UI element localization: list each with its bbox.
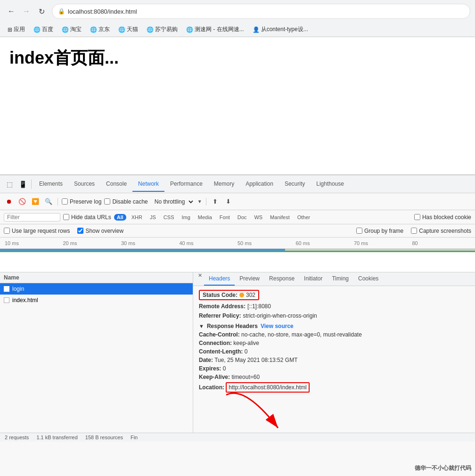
filter-other[interactable]: Other xyxy=(295,214,313,221)
has-blocked-text: Has blocked cookie xyxy=(422,214,471,221)
throttle-select[interactable]: No throttling xyxy=(151,197,195,206)
tab-lighthouse[interactable]: Lighthouse xyxy=(311,177,350,192)
preserve-log-label[interactable]: Preserve log xyxy=(62,198,101,205)
suning-icon: 🌐 xyxy=(147,26,154,33)
filter-ws[interactable]: WS xyxy=(252,214,265,221)
tab-preview[interactable]: Preview xyxy=(235,272,264,286)
tab-response[interactable]: Response xyxy=(264,272,299,286)
tab-network[interactable]: Network xyxy=(132,177,164,192)
bookmark-content-type[interactable]: 👤 从content-type设... xyxy=(250,25,311,34)
tab-performance[interactable]: Performance xyxy=(164,177,208,192)
bookmark-baidu[interactable]: 🌐 百度 xyxy=(31,25,56,34)
response-details: Status Code: 302 Remote Address: [::1]:8… xyxy=(193,286,475,433)
tab-cookies[interactable]: Cookies xyxy=(353,272,383,286)
location-box: http://localhost:8080/index.html xyxy=(226,382,309,393)
location-key: Location: xyxy=(199,384,224,391)
index-icon xyxy=(4,297,9,303)
disable-cache-checkbox[interactable] xyxy=(104,198,110,205)
timeline-70ms: 70 ms xyxy=(354,240,412,246)
filter-xhr[interactable]: XHR xyxy=(129,214,145,221)
location-row: Location: http://localhost:8080/index.ht… xyxy=(199,382,469,393)
tab-timing[interactable]: Timing xyxy=(327,272,353,286)
watermark-text: 德华一不小心就打代码 xyxy=(415,464,471,472)
filter-input[interactable] xyxy=(4,213,60,222)
status-code-box: Status Code: 302 xyxy=(199,290,259,300)
disable-cache-label[interactable]: Disable cache xyxy=(104,198,147,205)
filter-media[interactable]: Media xyxy=(196,214,214,221)
referrer-policy-row: Referrer Policy: strict-origin-when-cros… xyxy=(199,312,469,319)
tab-security[interactable]: Security xyxy=(279,177,311,192)
refresh-button[interactable]: ↻ xyxy=(35,5,48,18)
use-large-label[interactable]: Use large request rows xyxy=(4,228,70,234)
show-overview-checkbox[interactable] xyxy=(77,228,83,234)
address-bar[interactable]: 🔒 localhost:8080/index.html xyxy=(52,4,470,19)
filter-font[interactable]: Font xyxy=(217,214,232,221)
bookmark-content-type-label: 从content-type设... xyxy=(261,25,308,33)
bookmark-baidu-label: 百度 xyxy=(42,25,53,33)
bookmark-apps[interactable]: ⊞ 应用 xyxy=(5,25,28,34)
close-panel-icon[interactable]: ✕ xyxy=(196,272,204,286)
tab-initiator[interactable]: Initiator xyxy=(299,272,327,286)
filter-img[interactable]: Img xyxy=(179,214,192,221)
collapse-icon[interactable]: ▼ xyxy=(199,323,204,329)
inspect-element-icon[interactable]: ⬚ xyxy=(3,178,16,191)
search-button[interactable]: 🔍 xyxy=(43,197,54,207)
capture-screenshots-label[interactable]: Capture screenshots xyxy=(411,228,471,234)
tab-application[interactable]: Application xyxy=(240,177,279,192)
expires-val: 0 xyxy=(223,365,226,372)
filter-js[interactable]: JS xyxy=(147,214,158,221)
keep-alive-row: Keep-Alive: timeout=60 xyxy=(199,374,469,380)
bookmark-jd[interactable]: 🌐 京东 xyxy=(87,25,113,34)
filter-doc[interactable]: Doc xyxy=(235,214,249,221)
bookmark-ceshiwang-label: 测速网 - 在线网速... xyxy=(195,25,244,33)
group-by-frame-checkbox[interactable] xyxy=(356,228,362,234)
tab-headers[interactable]: Headers xyxy=(204,272,235,286)
record-button[interactable]: ⏺ xyxy=(4,197,14,207)
show-overview-label[interactable]: Show overview xyxy=(77,228,123,234)
hide-data-urls-checkbox[interactable] xyxy=(63,214,69,220)
use-large-checkbox[interactable] xyxy=(4,228,10,234)
capture-screenshots-checkbox[interactable] xyxy=(411,228,417,234)
referrer-policy-key: Referrer Policy: xyxy=(199,312,241,319)
tab-elements[interactable]: Elements xyxy=(33,177,68,192)
clear-button[interactable]: 🚫 xyxy=(17,197,27,207)
preserve-log-text: Preserve log xyxy=(70,198,101,205)
bookmark-taobao[interactable]: 🌐 淘宝 xyxy=(59,25,84,34)
device-toolbar-icon[interactable]: 📱 xyxy=(16,178,29,191)
request-login[interactable]: login xyxy=(0,283,193,295)
back-button[interactable]: ← xyxy=(5,5,18,18)
preserve-log-checkbox[interactable] xyxy=(62,198,68,205)
download-icon[interactable]: ⬇ xyxy=(223,197,234,207)
bookmark-tianmao[interactable]: 🌐 天猫 xyxy=(115,25,141,34)
baidu-icon: 🌐 xyxy=(33,26,41,33)
cache-control-val: no-cache, no-store, max-age=0, must-reva… xyxy=(241,331,362,338)
list-header: Name xyxy=(0,272,193,283)
forward-button[interactable]: → xyxy=(20,5,33,18)
upload-icon[interactable]: ⬆ xyxy=(210,197,221,207)
devtools-panel: ⬚ 📱 Elements Sources Console Network Per… xyxy=(0,174,475,476)
tab-memory[interactable]: Memory xyxy=(208,177,240,192)
options-right: Group by frame Capture screenshots xyxy=(356,228,471,234)
page-title: index首页面... xyxy=(9,47,466,70)
expires-key: Expires: xyxy=(199,365,221,372)
group-by-frame-label[interactable]: Group by frame xyxy=(356,228,403,234)
filter-css[interactable]: CSS xyxy=(161,214,177,221)
has-blocked-label[interactable]: Has blocked cookie xyxy=(414,214,471,221)
tab-console[interactable]: Console xyxy=(100,177,132,192)
filter-icon[interactable]: 🔽 xyxy=(30,197,41,207)
bookmark-suning[interactable]: 🌐 苏宁易购 xyxy=(144,25,180,34)
filter-manifest[interactable]: Manifest xyxy=(268,214,292,221)
view-source-link[interactable]: View source xyxy=(261,323,294,329)
filter-all-badge[interactable]: All xyxy=(114,214,126,221)
has-blocked-checkbox[interactable] xyxy=(414,214,420,220)
connection-key: Connection: xyxy=(199,340,232,346)
name-column-header: Name xyxy=(4,274,19,281)
hide-data-urls-label[interactable]: Hide data URLs xyxy=(63,214,111,221)
bookmark-ceshiwang[interactable]: 🌐 测速网 - 在线网速... xyxy=(183,25,247,34)
tab-sources[interactable]: Sources xyxy=(68,177,100,192)
taobao-icon: 🌐 xyxy=(62,26,69,33)
request-index[interactable]: index.html xyxy=(0,295,193,306)
remote-address-row: Remote Address: [::1]:8080 xyxy=(199,303,469,310)
request-list-area: Name login index.html ✕ Headers Preview … xyxy=(0,272,475,433)
toolbar-divider-1 xyxy=(57,198,58,205)
